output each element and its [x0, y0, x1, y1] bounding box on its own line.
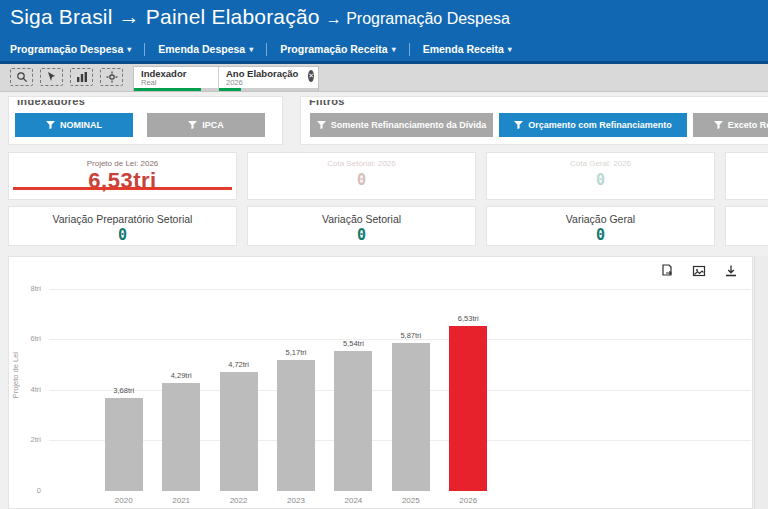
x-axis-label: 2020 [95, 496, 152, 505]
filter-button-somente-refinanciamento[interactable]: Somente Refinanciamento da Dívida [310, 113, 493, 137]
bar-group-2020[interactable]: 3,68tri2020 [95, 289, 152, 491]
download-icon[interactable] [724, 264, 738, 278]
nav-emenda-despesa[interactable]: Emenda Despesa▾ [158, 43, 253, 55]
variacao-value: 0 [487, 226, 714, 244]
x-axis-label: 2024 [325, 496, 382, 505]
bar-value-label: 6,53tri [458, 314, 479, 323]
bar-group-2021[interactable]: 4,29tri2021 [152, 289, 209, 491]
filtros-heading: Filtros [309, 100, 768, 107]
x-axis-label: 2021 [152, 496, 209, 505]
variacao-title: Variação Setorial [248, 213, 475, 225]
selection-bar-track [219, 88, 318, 91]
settings-icon[interactable] [100, 68, 123, 86]
selection-chip-ano-elaboracao[interactable]: Ano Elaboração 2026 ✕ [219, 67, 318, 91]
page-title-secondary: → Programação Despesa [326, 10, 510, 27]
funnel-icon [46, 121, 55, 130]
bar-value-label: 5,54tri [343, 339, 364, 348]
nav-programacao-despesa[interactable]: Programação Despesa▾ [10, 43, 131, 55]
variacao-setorial-card: Variação Setorial 0 [247, 206, 476, 246]
selection-value: Real [141, 79, 186, 87]
nav-label: Programação Receita [280, 43, 387, 55]
filter-button-nominal[interactable]: NOMINAL [15, 113, 133, 137]
chevron-down-icon: ▾ [508, 45, 512, 54]
filter-button-label: Orçamento com Refinanciamento [528, 120, 672, 130]
variacao-value: 0 [9, 226, 236, 244]
nav-label: Emenda Receita [423, 43, 504, 55]
nav-divider [409, 43, 410, 56]
filter-button-exceto-refinanciamento[interactable]: Exceto Refinanciamento [693, 113, 768, 137]
filter-button-label: IPCA [202, 120, 224, 130]
bar[interactable] [220, 372, 258, 491]
bar-series: 3,68tri20204,29tri20214,72tri20225,17tri… [95, 289, 497, 491]
app-header: Siga Brasil → Painel Elaboração→ Program… [0, 0, 768, 64]
y-tick: 0 [15, 486, 41, 495]
export-data-icon[interactable] [660, 264, 674, 278]
selections-toolbar: Indexador Real Ano Elaboração 2026 ✕ [0, 64, 768, 92]
bar-value-label: 4,72tri [228, 360, 249, 369]
bar-value-label: 4,29tri [171, 371, 192, 380]
chevron-down-icon: ▾ [127, 45, 131, 54]
bar-chart-card: Projeto de Lei 8tri 6tri 4tri 2tri 0 3,6… [8, 256, 753, 509]
kpi-projeto-de-lei: Projeto de Lei: 2026 6,53tri [8, 152, 237, 200]
selections-tool-icon[interactable] [40, 68, 63, 86]
variacao-card-partial [725, 206, 768, 246]
smart-search-icon[interactable] [10, 68, 33, 86]
page-title: Siga Brasil → Painel Elaboração→ Program… [10, 5, 510, 29]
x-axis-label: 2022 [210, 496, 267, 505]
nav-bar: Programação Despesa▾ Emenda Despesa▾ Pro… [10, 40, 512, 58]
filter-button-orcamento-com-refinanciamento[interactable]: Orçamento com Refinanciamento [499, 113, 687, 137]
variacao-title: Variação Preparatório Setorial [9, 213, 236, 225]
bar-group-2023[interactable]: 5,17tri2023 [267, 289, 324, 491]
kpi-card-partial [725, 152, 768, 200]
bar[interactable] [162, 383, 200, 491]
selection-bar-fill [219, 88, 241, 91]
nav-emenda-receita[interactable]: Emenda Receita▾ [423, 43, 512, 55]
nav-label: Emenda Despesa [158, 43, 245, 55]
kpi-value: 6,53tri [9, 168, 236, 194]
bar-group-2024[interactable]: 5,54tri2024 [325, 289, 382, 491]
export-image-icon[interactable] [692, 264, 706, 278]
x-axis-label: 2025 [382, 496, 439, 505]
selection-chip-indexador[interactable]: Indexador Real [134, 67, 219, 91]
nav-divider [266, 43, 267, 56]
variacao-geral-card: Variação Geral 0 [486, 206, 715, 246]
bar-highlighted[interactable] [449, 326, 487, 491]
scrollbar[interactable] [754, 256, 768, 509]
x-axis-label: 2023 [267, 496, 324, 505]
filtros-card: Filtros Somente Refinanciamento da Dívid… [300, 96, 768, 145]
page-title-primary: Siga Brasil → Painel Elaboração [10, 5, 320, 28]
funnel-icon [317, 121, 326, 130]
selection-bar-fill [134, 88, 201, 91]
y-tick: 6tri [15, 334, 41, 343]
bar-group-2026[interactable]: 6,53tri2026 [440, 289, 497, 491]
funnel-icon [514, 121, 523, 130]
selection-value: 2026 [226, 79, 298, 87]
kpi-title: Cota Geral: 2026 [487, 159, 714, 168]
variacao-value: 0 [248, 226, 475, 244]
bar-value-label: 5,17tri [286, 348, 307, 357]
bar[interactable] [105, 398, 143, 491]
nav-divider [144, 43, 145, 56]
kpi-cota-geral: Cota Geral: 2026 0 [486, 152, 715, 200]
selection-bar-track [134, 88, 218, 91]
filter-button-ipca[interactable]: IPCA [147, 113, 265, 137]
bar-group-2025[interactable]: 5,87tri2025 [382, 289, 439, 491]
bar-group-2022[interactable]: 4,72tri2022 [210, 289, 267, 491]
dashboard: Siga Brasil → Painel Elaboração→ Program… [0, 0, 768, 509]
nav-programacao-receita[interactable]: Programação Receita▾ [280, 43, 395, 55]
insights-icon[interactable] [70, 68, 93, 86]
bar-value-label: 3,68tri [113, 386, 134, 395]
close-icon[interactable]: ✕ [308, 70, 314, 82]
y-tick: 2tri [15, 435, 41, 444]
bar[interactable] [392, 343, 430, 491]
bar[interactable] [277, 360, 315, 491]
funnel-icon [714, 121, 723, 130]
chart-actions [660, 264, 738, 278]
kpi-value: 0 [248, 171, 475, 189]
funnel-icon [188, 121, 197, 130]
kpi-title: Projeto de Lei: 2026 [9, 159, 236, 168]
filter-button-label: Exceto Refinanciamento [728, 120, 768, 130]
filter-button-label: NOMINAL [60, 120, 102, 130]
bar[interactable] [334, 351, 372, 491]
filter-button-label: Somente Refinanciamento da Dívida [331, 120, 487, 130]
